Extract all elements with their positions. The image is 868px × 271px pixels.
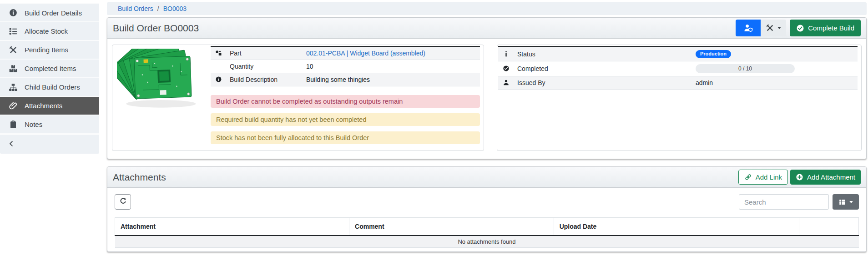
- table-options-dropdown[interactable]: [833, 194, 859, 210]
- attachments-panel: Attachments Add Link Add Attachment: [107, 166, 867, 252]
- completed-progress-bar: 0 / 10: [696, 64, 795, 73]
- boxes-icon: [9, 64, 18, 73]
- check-circle-icon: [503, 65, 510, 72]
- table-header-row: Attachment Comment Upload Date: [115, 218, 859, 236]
- attachments-toolbar: [115, 194, 859, 210]
- attachments-title: Attachments: [113, 172, 166, 183]
- column-header-upload-date[interactable]: Upload Date: [554, 218, 799, 236]
- add-attachment-button[interactable]: Add Attachment: [790, 170, 861, 185]
- pcb-image: [117, 49, 203, 112]
- sidebar-item-completed-items[interactable]: Completed Items: [0, 60, 99, 78]
- complete-build-button[interactable]: Complete Build: [790, 20, 861, 36]
- sidebar-item-notes[interactable]: Notes: [0, 115, 99, 134]
- shapes-icon: [215, 50, 222, 57]
- column-header-comment[interactable]: Comment: [349, 218, 554, 236]
- column-header-actions: [799, 218, 859, 236]
- refresh-button[interactable]: [115, 194, 131, 210]
- sitemap-icon: [9, 83, 18, 92]
- table-row: Build Description Building some thingies: [211, 73, 480, 86]
- sidebar-item-pending-items[interactable]: Pending Items: [0, 41, 99, 60]
- attachments-table: Attachment Comment Upload Date No attach…: [115, 217, 859, 248]
- build-status-table: Status Production Completed 0 / 10 Issue…: [498, 46, 858, 90]
- sidebar-item-label: Completed Items: [25, 65, 76, 72]
- build-description-value: Building some thingies: [303, 73, 480, 86]
- caret-down-icon: [849, 201, 853, 203]
- sidebar-item-build-order-details[interactable]: Build Order Details: [0, 4, 99, 22]
- sidebar-item-label: Pending Items: [25, 46, 68, 54]
- plus-circle-icon: [796, 173, 803, 181]
- sidebar-item-attachments[interactable]: Attachments: [0, 97, 99, 115]
- build-details-card: Part 002.01-PCBA | Widget Board (assembl…: [112, 45, 484, 151]
- completed-label: Completed: [514, 61, 692, 76]
- attachments-panel-header: Attachments Add Link Add Attachment: [107, 167, 866, 188]
- build-order-actions: Complete Build: [736, 20, 861, 36]
- search-input[interactable]: [739, 194, 829, 210]
- page: Build Order Details Allocate Stock Pendi…: [0, 0, 868, 252]
- breadcrumb-link-build-orders[interactable]: Build Orders: [118, 5, 153, 12]
- column-header-attachment[interactable]: Attachment: [115, 218, 349, 236]
- alert-stock-not-allocated: Stock has not been fully allocated to th…: [211, 131, 480, 144]
- sidebar-item-allocate-stock[interactable]: Allocate Stock: [0, 22, 99, 41]
- table-row: Issued By admin: [498, 76, 858, 90]
- sidebar-item-label: Attachments: [25, 102, 62, 110]
- info-circle-icon: [9, 8, 18, 17]
- table-row: Quantity 10: [211, 60, 480, 73]
- paperclip-icon: [9, 101, 18, 110]
- part-thumbnail[interactable]: [113, 46, 207, 115]
- th-list-icon: [838, 198, 846, 206]
- info-icon: [503, 50, 510, 58]
- info-circle-icon: [215, 76, 222, 83]
- attachments-actions: Add Link Add Attachment: [738, 170, 861, 185]
- sidebar-item-label: Child Build Orders: [25, 83, 80, 91]
- status-label: Status: [514, 46, 692, 61]
- add-link-label: Add Link: [756, 173, 782, 181]
- tools-icon: [766, 24, 774, 32]
- build-actions-dropdown[interactable]: [761, 20, 786, 36]
- quantity-value: 10: [303, 60, 480, 73]
- clipboard-icon: [9, 120, 18, 129]
- caret-down-icon: [777, 27, 781, 29]
- build-details-column: Part 002.01-PCBA | Widget Board (assembl…: [207, 46, 483, 150]
- sidebar-item-label: Allocate Stock: [25, 27, 68, 35]
- build-order-panel-header: Build Order BO0003: [107, 18, 866, 39]
- issued-by-value: admin: [692, 76, 858, 90]
- detail-label: Part: [226, 46, 303, 60]
- alert-outstanding-outputs: Build Order cannot be completed as outst…: [211, 95, 480, 108]
- admin-button[interactable]: [736, 20, 761, 36]
- build-details-table: Part 002.01-PCBA | Widget Board (assembl…: [211, 46, 480, 86]
- detail-label: Quantity: [226, 60, 303, 73]
- breadcrumb-link-current[interactable]: BO0003: [163, 5, 187, 12]
- empty-state-text: No attachments found: [115, 236, 859, 248]
- sidebar-item-child-build-orders[interactable]: Child Build Orders: [0, 78, 99, 97]
- alert-quantity-incomplete: Required build quantity has not yet been…: [211, 113, 480, 126]
- part-link[interactable]: 002.01-PCBA | Widget Board (assembled): [306, 50, 425, 57]
- sidebar-item-label: Notes: [25, 120, 42, 128]
- tools-icon: [9, 45, 18, 55]
- table-row: Status Production: [498, 46, 858, 61]
- issued-by-label: Issued By: [514, 76, 692, 90]
- sidebar: Build Order Details Allocate Stock Pendi…: [0, 0, 99, 252]
- build-alerts: Build Order cannot be completed as outst…: [211, 95, 480, 144]
- status-badge: Production: [696, 50, 731, 58]
- link-icon: [744, 173, 752, 181]
- table-row: Part 002.01-PCBA | Widget Board (assembl…: [211, 46, 480, 60]
- build-order-panel-body: Part 002.01-PCBA | Widget Board (assembl…: [107, 39, 866, 159]
- build-status-card: Status Production Completed 0 / 10 Issue…: [497, 45, 862, 151]
- main-content: Build Orders / BO0003 Build Order BO0003: [99, 0, 868, 252]
- attachments-body: Attachment Comment Upload Date No attach…: [107, 188, 866, 251]
- breadcrumb-separator: /: [157, 5, 159, 12]
- empty-state-row: No attachments found: [115, 236, 859, 248]
- user-icon: [503, 79, 510, 86]
- detail-label: Build Description: [226, 73, 303, 86]
- table-controls: [739, 194, 859, 210]
- add-attachment-label: Add Attachment: [807, 173, 855, 181]
- add-link-button[interactable]: Add Link: [738, 170, 788, 185]
- page-title: Build Order BO0003: [113, 23, 199, 34]
- chevron-left-icon: [7, 140, 15, 149]
- check-circle-icon: [796, 24, 804, 32]
- breadcrumb: Build Orders / BO0003: [107, 2, 867, 15]
- sidebar-collapse-button[interactable]: [0, 135, 99, 154]
- tasks-icon: [9, 27, 18, 36]
- user-shield-icon: [743, 23, 753, 33]
- table-row: Completed 0 / 10: [498, 61, 858, 76]
